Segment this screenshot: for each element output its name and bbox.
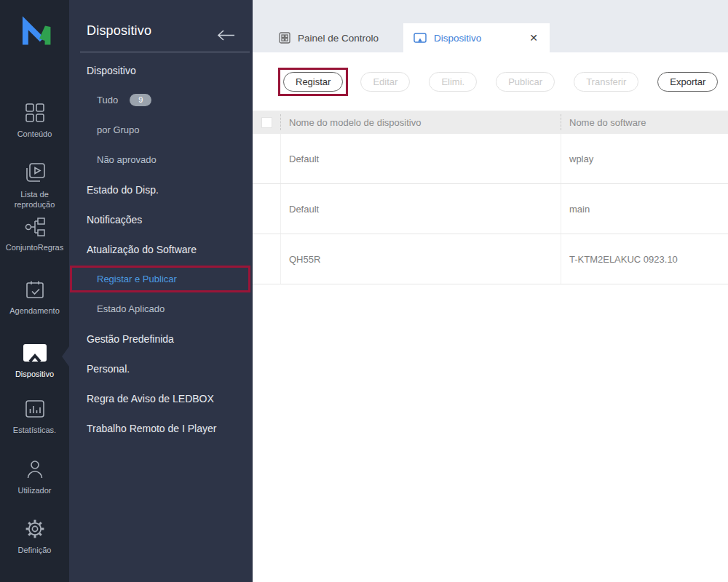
menu-item-tudo[interactable]: Tudo 9 [69,85,253,115]
table-header: Nome do modelo de dispositivo Nome do so… [253,111,728,134]
row-checkbox-cell [253,234,280,284]
playlist-icon [23,162,47,184]
cell-model-name: QH55R [280,234,561,284]
menu-item-regra-aviso-ledbox[interactable]: Regra de Aviso de LEDBOX [69,383,253,413]
menu-item-gestao-predefinida[interactable]: Gestão Predefinida [69,324,253,354]
cell-model-name: Default [280,184,561,234]
publicar-button: Publicar [496,72,555,92]
table-row[interactable]: QH55R T-KTM2ELAKUC 0923.10 [253,234,728,284]
icon-rail: Conteúdo Lista de reprodução ConjuntoReg… [0,0,69,582]
sidebar-item-label: Agendamento [1,306,68,316]
menu-item-estado-aplicado[interactable]: Estado Aplicado [69,294,253,324]
sidebar-item-settings[interactable]: Definição [0,518,69,555]
gear-icon [24,518,46,540]
sidebar-item-ruleset[interactable]: ConjuntoRegras [0,215,69,252]
row-checkbox-cell [253,184,280,234]
sidebar-item-device[interactable]: Dispositivo [0,342,69,379]
menu-item-estado-do-disp[interactable]: Estado do Disp. [69,175,253,204]
highlight-box-registar: Registar [278,68,348,96]
sidebar-item-schedule[interactable]: Agendamento [0,279,69,316]
table-body: Default wplay Default main QH55R T-KTM2E… [253,134,728,284]
menu-item-personal[interactable]: Personal. [69,354,253,383]
device-count-badge: 9 [130,94,151,106]
select-all-checkbox[interactable] [261,117,272,128]
tab-label: Painel de Controlo [298,33,379,44]
magicinfo-logo[interactable] [0,12,69,52]
content-grid-icon [24,102,46,124]
statistics-chart-icon [24,398,46,420]
collapse-panel-button[interactable] [216,29,235,41]
menu-item-atualizacao-software[interactable]: Atualização do Software [69,234,253,264]
device-monitor-icon [414,33,427,44]
column-header-software[interactable]: Nome do software [561,114,728,130]
column-header-model[interactable]: Nome do modelo de dispositivo [280,114,561,130]
table-row[interactable]: Default wplay [253,134,728,184]
tab-painel-de-controlo[interactable]: Painel de Controlo [263,23,395,52]
menu-item-nao-aprovado[interactable]: Não aprovado [69,145,253,175]
user-icon [24,458,46,480]
sidebar-item-label: Conteúdo [1,129,68,139]
cell-software-name: wplay [561,134,728,183]
panel-menu: Dispositivo Tudo 9 por Grupo Não aprovad… [69,55,253,443]
sidebar-item-statistics[interactable]: Estatísticas. [0,398,69,435]
registar-button[interactable]: Registar [283,72,343,92]
dashboard-icon [279,32,290,44]
selected-item-pointer [62,346,69,367]
sidebar-item-label: Lista de reprodução [1,189,68,210]
menu-item-trabalho-remoto-iplayer[interactable]: Trabalho Remoto de I Player [69,413,253,443]
sidebar-item-label: Dispositivo [1,369,68,379]
device-submenu-panel: Dispositivo Dispositivo Tudo 9 por Grupo… [69,0,253,582]
tab-dispositivo[interactable]: Dispositivo ✕ [403,23,550,52]
menu-item-label: Tudo [97,95,118,105]
exportar-button[interactable]: Exportar [657,72,718,92]
sidebar-item-user[interactable]: Utilizador [0,458,69,495]
menu-item-registar-e-publicar[interactable]: Registar e Publicar [70,266,250,292]
tab-label: Dispositivo [434,33,481,44]
eliminar-button: Elimi. [429,72,477,92]
magicinfo-logo-icon [15,12,55,52]
tab-bar: Painel de Controlo Dispositivo ✕ [253,0,728,52]
sidebar-item-content[interactable]: Conteúdo [0,102,69,139]
sidebar-item-label: ConjuntoRegras [1,242,68,252]
close-tab-icon[interactable]: ✕ [528,31,539,45]
panel-divider [80,52,250,52]
sidebar-item-label: Definição [1,545,68,555]
panel-title: Dispositivo [87,23,151,39]
table-row[interactable]: Default main [253,184,728,234]
cell-model-name: Default [280,134,561,183]
row-checkbox-cell [253,134,280,183]
ruleset-icon [23,215,47,237]
sidebar-item-playlist[interactable]: Lista de reprodução [0,162,69,210]
device-toolbar: Registar Editar Elimi. Publicar Transfer… [253,52,728,111]
sidebar-item-label: Utilizador [1,485,68,495]
editar-button: Editar [360,72,410,92]
sidebar-item-label: Estatísticas. [1,425,68,435]
back-arrow-icon [216,29,235,41]
header-checkbox-cell [253,111,280,134]
cell-software-name: T-KTM2ELAKUC 0923.10 [561,234,728,284]
menu-item-dispositivo[interactable]: Dispositivo [69,55,253,85]
main-content: Painel de Controlo Dispositivo ✕ Regista… [253,0,728,582]
menu-item-notificacoes[interactable]: Notificações [69,204,253,234]
transferir-button: Transferir [574,72,638,92]
menu-item-por-grupo[interactable]: por Grupo [69,115,253,145]
device-screen-icon [22,342,48,364]
cell-software-name: main [561,184,728,234]
schedule-calendar-icon [24,279,46,300]
